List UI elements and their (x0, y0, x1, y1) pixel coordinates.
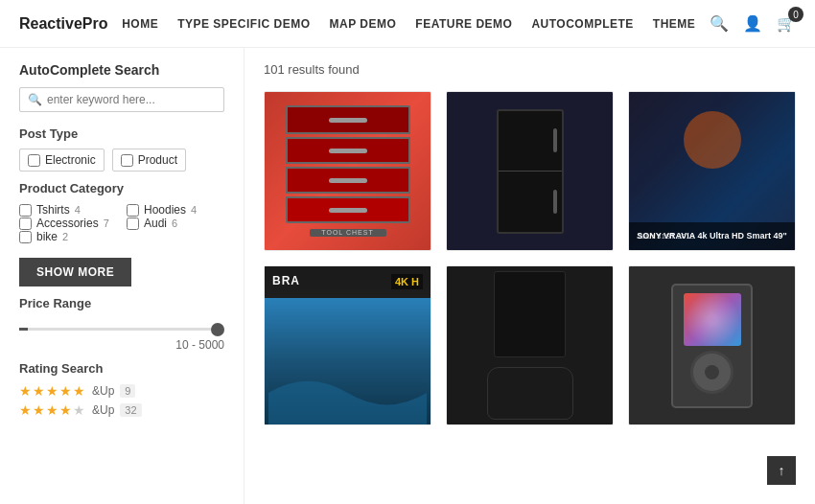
fridge-bottom (499, 172, 562, 232)
post-type-electronic[interactable]: Electronic (19, 149, 105, 172)
cat-bike-label: bike (36, 230, 58, 243)
cat-tshirts-checkbox[interactable] (19, 204, 32, 217)
product-grid: TOOL CHEST (264, 91, 796, 425)
price-range-slider[interactable] (19, 328, 224, 331)
cart-count: 0 (788, 7, 803, 22)
sony-tv-date: JULY 31ST 2018 (637, 232, 694, 241)
product-image-media-player (629, 266, 795, 424)
cat-audi[interactable]: Audi 6 (127, 217, 224, 230)
pt-electronic-label: Electronic (45, 153, 96, 167)
player-visual (671, 284, 753, 408)
cart-icon[interactable]: 🛒 0 (777, 14, 796, 33)
category-col2: Hoodies 4 Audi 6 (127, 203, 224, 243)
product-image-tv2: BRA 4K H (265, 266, 431, 424)
product-image-fridge (447, 92, 613, 250)
cat-bike[interactable]: bike 2 (19, 230, 117, 243)
pt-product-label: Product (138, 153, 177, 167)
logo: ReactivePro (19, 15, 108, 33)
cat-accessories-count: 7 (104, 218, 109, 229)
post-type-row: Electronic Product (19, 149, 224, 172)
cat-hoodies-label: Hoodies (144, 203, 186, 217)
fridge-bottom-handle (553, 190, 557, 214)
results-count: 101 results found (264, 62, 796, 77)
nav-theme[interactable]: THEME (653, 17, 696, 31)
pt-product-checkbox[interactable] (121, 154, 133, 167)
rating-5-label: &Up (92, 384, 114, 398)
show-more-button[interactable]: SHOW MORE (19, 258, 131, 286)
product-image-toolbox: TOOL CHEST (265, 92, 431, 250)
price-range-title: Price Range (19, 296, 224, 310)
nav-feature[interactable]: FEATURE DEMO (415, 17, 512, 31)
category-grid: Tshirts 4 Accessories 7 bike 2 H (19, 203, 224, 243)
price-range-slider-container (19, 318, 224, 333)
cat-accessories[interactable]: Accessories 7 (19, 217, 117, 230)
search-input[interactable] (47, 93, 216, 106)
nav-home[interactable]: HOME (122, 17, 158, 31)
header-icons: 🔍 👤 🛒 0 (710, 14, 796, 33)
product-card-tv2[interactable]: BRA 4K H (264, 265, 431, 425)
rating-row-5star: ★★★★★ &Up 9 (19, 383, 224, 399)
player-wheel (690, 351, 734, 394)
product-card-fridge[interactable] (446, 91, 614, 251)
cat-audi-count: 6 (172, 218, 177, 229)
search-box-icon: 🔍 (28, 93, 42, 106)
cat-tshirts-count: 4 (75, 204, 81, 216)
post-type-product[interactable]: Product (112, 149, 186, 172)
rating-title: Rating Search (19, 361, 224, 376)
pt-electronic-checkbox[interactable] (28, 154, 40, 167)
product-card-sony-tv[interactable]: SONY VRAVIA 4k Ultra HD Smart 49" JULY 3… (628, 91, 796, 251)
price-values: 10 - 5000 (19, 338, 224, 352)
product-image-xbox (447, 266, 613, 424)
cat-tshirts[interactable]: Tshirts 4 (19, 203, 117, 217)
fridge-visual (497, 109, 564, 234)
cat-hoodies-count: 4 (191, 204, 197, 216)
search-box[interactable]: 🔍 (19, 87, 224, 112)
content: 101 results found (244, 48, 815, 504)
category-col1: Tshirts 4 Accessories 7 bike 2 (19, 203, 117, 243)
tv2-badge: 4K H (391, 274, 423, 289)
main-nav: HOMETYPE SPECIFIC DEMOMAP DEMOFEATURE DE… (122, 17, 695, 31)
product-card-media-player[interactable] (628, 265, 796, 425)
cat-audi-checkbox[interactable] (127, 218, 139, 230)
search-icon[interactable]: 🔍 (710, 14, 729, 33)
tv2-brand: BRA (272, 274, 300, 287)
star-half: ★ (73, 402, 86, 418)
player-screen-content (684, 293, 741, 346)
rating-4-label: &Up (92, 403, 114, 417)
sidebar: AutoComplete Search 🔍 Post Type Electron… (0, 48, 244, 504)
user-icon[interactable]: 👤 (743, 14, 762, 33)
player-wheel-inner (705, 365, 719, 379)
rating-4-count: 32 (120, 403, 141, 417)
fridge-top (499, 111, 562, 172)
scroll-top-button[interactable]: ↑ (767, 456, 796, 485)
cat-accessories-checkbox[interactable] (19, 218, 32, 230)
nav-map[interactable]: MAP DEMO (330, 17, 397, 31)
rating-row-4star: ★★★★★ &Up 32 (19, 402, 224, 418)
product-category-title: Product Category (19, 181, 224, 195)
stars-4: ★★★★★ (19, 402, 86, 418)
product-card-toolbox[interactable]: TOOL CHEST (264, 91, 431, 251)
product-image-sony-tv: SONY VRAVIA 4k Ultra HD Smart 49" JULY 3… (629, 92, 795, 250)
player-screen (684, 293, 741, 346)
cat-hoodies-checkbox[interactable] (127, 204, 139, 217)
cat-audi-label: Audi (144, 217, 167, 230)
cat-hoodies[interactable]: Hoodies 4 (127, 203, 224, 217)
autocomplete-title: AutoComplete Search (19, 62, 224, 78)
cat-bike-count: 2 (62, 231, 68, 242)
nav-autocomplete[interactable]: AUTOCOMPLETE (531, 17, 633, 31)
fridge-top-handle (553, 128, 557, 152)
rating-5-count: 9 (120, 384, 135, 398)
post-type-label: Post Type (19, 126, 224, 141)
product-card-xbox[interactable] (446, 265, 614, 425)
stars-5: ★★★★★ (19, 383, 86, 399)
cat-tshirts-label: Tshirts (36, 203, 70, 217)
nav-type-specific[interactable]: TYPE SPECIFIC DEMO (177, 17, 310, 31)
main-layout: AutoComplete Search 🔍 Post Type Electron… (0, 48, 815, 504)
header: ReactivePro HOMETYPE SPECIFIC DEMOMAP DE… (0, 0, 815, 48)
cat-accessories-label: Accessories (36, 217, 99, 230)
cat-bike-checkbox[interactable] (19, 231, 32, 243)
